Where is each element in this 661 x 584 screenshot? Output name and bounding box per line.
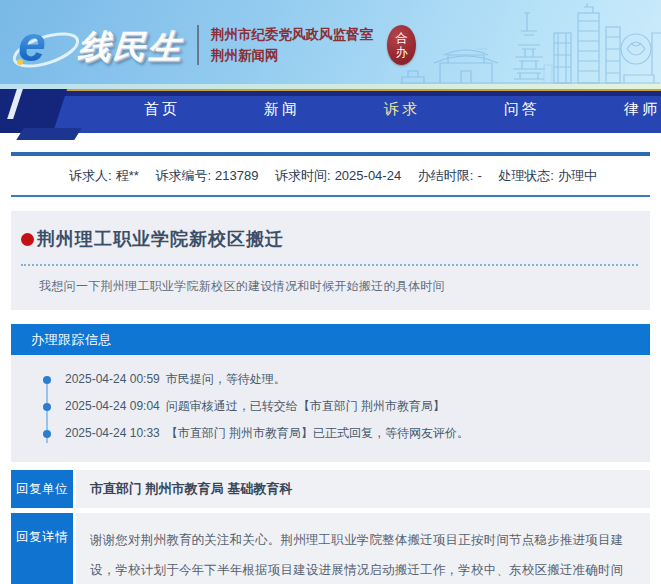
badge-char-bottom: 办 [396, 45, 408, 59]
tracking-section: 办理跟踪信息 2025-04-24 00:59市民提问，等待处理。 2025-0… [11, 324, 650, 462]
meta-requester: 诉求人:程** [69, 168, 139, 183]
appeal-question-text: 我想问一下荆州理工职业学院新校区的建设情况和时候开始搬迁的具体时间 [21, 278, 638, 295]
meta-deadline: 办结时限:- [418, 168, 482, 183]
main-nav: 首页 新闻 诉求 问答 律师 [0, 89, 661, 133]
title-row: 荆州理工职业学院新校区搬迁 [21, 227, 638, 251]
reply-detail-value: 谢谢您对荆州教育的关注和关心。荆州理工职业学院整体搬迁项目正按时间节点稳步推进项… [76, 513, 650, 584]
nav-item-appeals[interactable]: 诉求 [342, 89, 462, 133]
meta-appeal-number: 诉求编号:213789 [155, 168, 258, 183]
content-area: 诉求人:程** 诉求编号:213789 诉求时间:2025-04-24 办结时限… [11, 152, 650, 584]
nav-item-qa[interactable]: 问答 [462, 89, 582, 133]
status-badge: 办理中 [558, 168, 597, 183]
tracking-header: 办理跟踪信息 [11, 324, 650, 355]
site-banner: e 线民生 荆州市纪委党风政风监督室 荆州新闻网 合 办 [0, 0, 661, 89]
appeal-meta-bar: 诉求人:程** 诉求编号:213789 诉求时间:2025-04-24 办结时限… [11, 152, 650, 197]
logo-e-letter: e [18, 16, 46, 72]
nav-item-lawyer[interactable]: 律师 [582, 89, 661, 133]
nav-item-home[interactable]: 首页 [102, 89, 222, 133]
dotted-divider [21, 264, 638, 266]
reply-detail-label: 回复详情 [11, 513, 73, 584]
banner-divider [197, 25, 199, 65]
timeline-dot-icon [43, 403, 51, 411]
logo-text: 线民生 [76, 25, 184, 70]
meta-appeal-time: 诉求时间:2025-04-24 [275, 168, 401, 183]
page-title: 荆州理工职业学院新校区搬迁 [37, 227, 284, 251]
timeline-dot-icon [43, 430, 51, 438]
e-logo-icon: e [14, 18, 76, 74]
reply-unit-value: 市直部门 荆州市教育局 基础教育科 [76, 470, 650, 508]
red-dot-icon [21, 233, 34, 246]
co-host-badge: 合 办 [387, 25, 416, 65]
timeline-entry: 2025-04-24 00:59市民提问，等待处理。 [43, 366, 650, 393]
tracking-timeline: 2025-04-24 00:59市民提问，等待处理。 2025-04-24 09… [43, 366, 650, 447]
nav-item-news[interactable]: 新闻 [222, 89, 342, 133]
meta-status: 处理状态:办理中 [498, 168, 597, 183]
appeal-title-section: 荆州理工职业学院新校区搬迁 我想问一下荆州理工职业学院新校区的建设情况和时候开始… [11, 211, 650, 310]
nav-items: 首页 新闻 诉求 问答 律师 [102, 89, 661, 133]
reply-detail-row: 回复详情 谢谢您对荆州教育的关注和关心。荆州理工职业学院整体搬迁项目正按时间节点… [11, 513, 650, 584]
badge-char-top: 合 [396, 31, 408, 45]
nav-left-tail [16, 128, 81, 140]
org-line-2: 荆州新闻网 [211, 45, 373, 66]
co-organizer-names: 荆州市纪委党风政风监督室 荆州新闻网 [211, 24, 373, 66]
tracking-body: 2025-04-24 00:59市民提问，等待处理。 2025-04-24 09… [11, 355, 650, 462]
reply-unit-row: 回复单位 市直部门 荆州市教育局 基础教育科 [11, 470, 650, 508]
timeline-dot-icon [43, 376, 51, 384]
timeline-entry: 2025-04-24 09:04问题审核通过，已转交给【市直部门 荆州市教育局】 [43, 393, 650, 420]
org-line-1: 荆州市纪委党风政风监督室 [211, 24, 373, 45]
timeline-entry: 2025-04-24 10:33【市直部门 荆州市教育局】已正式回复，等待网友评… [43, 420, 650, 447]
page: e 线民生 荆州市纪委党风政风监督室 荆州新闻网 合 办 首页 新闻 诉求 问答… [0, 0, 661, 584]
site-logo[interactable]: e 线民生 [14, 18, 183, 74]
reply-unit-label: 回复单位 [11, 470, 73, 508]
